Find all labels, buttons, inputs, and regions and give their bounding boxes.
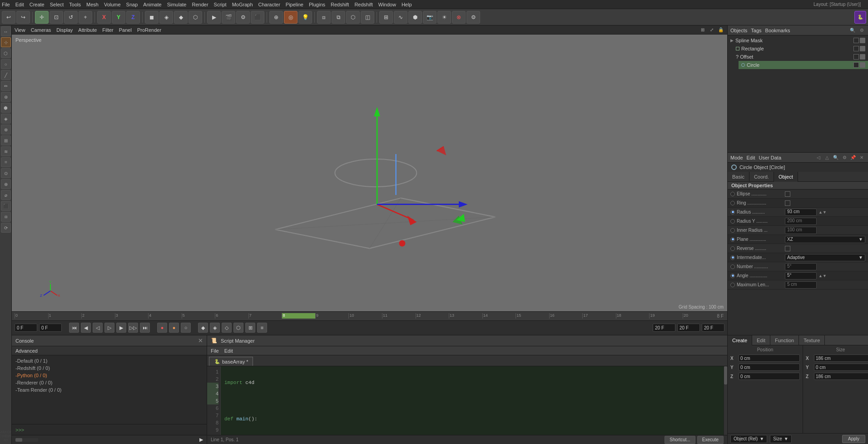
sidebar-tool-select[interactable]: ⊹ — [1, 37, 11, 47]
move-tool-button[interactable]: ✛ — [35, 11, 49, 24]
sidebar-tool-move[interactable]: ↔ — [1, 26, 11, 36]
menu-redshift[interactable]: Redshift — [331, 2, 349, 7]
render-view-button[interactable]: ▶ — [207, 11, 221, 24]
undo-button[interactable]: ↩ — [2, 11, 15, 24]
scale-tool-button[interactable]: ⊡ — [50, 11, 63, 24]
prop-dropdown-plane[interactable]: XZ ▼ — [785, 236, 865, 243]
redo-button[interactable]: ↪ — [16, 11, 30, 24]
timeline-settings-button[interactable]: ≡ — [257, 323, 267, 333]
timeline-fps2-field[interactable]: 20 F — [653, 324, 675, 332]
prop-radio-plane[interactable] — [730, 237, 735, 242]
prop-radio-angle[interactable] — [730, 274, 735, 278]
menu-file[interactable]: File — [2, 2, 10, 7]
sidebar-tool-loop[interactable]: ○ — [1, 59, 11, 69]
code-editor[interactable]: import c4d def main(): smallbox = doc.Se… — [221, 366, 724, 435]
object-mode-button[interactable]: ◼ — [145, 11, 159, 24]
viewport-icon-1[interactable]: ⊞ — [699, 26, 706, 34]
size-x-input[interactable] — [814, 354, 868, 362]
object-ref-dropdown[interactable]: Object (Rel) ▼ — [730, 435, 767, 443]
script-menu-file[interactable]: File — [211, 348, 219, 354]
camera-button[interactable]: 📷 — [423, 11, 436, 24]
script-scrollbar-thumb[interactable] — [724, 366, 727, 384]
sidebar-tool-10[interactable]: ⊕ — [1, 179, 11, 189]
viewport-menu-prorender[interactable]: ProRender — [137, 27, 161, 33]
console-scroll-right[interactable]: ▶ — [199, 437, 203, 443]
tree-item-splinemask[interactable]: ▶ Spline Mask — [728, 36, 868, 45]
prop-radio-max-length[interactable] — [730, 283, 735, 287]
props-search-icon[interactable]: 🔍 — [832, 154, 839, 161]
prop-input-radius-y[interactable]: 200 cm — [785, 218, 817, 225]
viewport-menu-attribute[interactable]: Attribute — [78, 27, 97, 33]
viewport-menu-filter[interactable]: Filter — [102, 27, 113, 33]
tree-render-offset[interactable] — [860, 54, 865, 60]
apply-button[interactable]: Apply — [842, 435, 865, 443]
menu-redshift2[interactable]: Redshift — [354, 2, 372, 7]
play-reverse-button[interactable]: ◁ — [93, 323, 103, 333]
viewport-menu-view[interactable]: View — [15, 27, 25, 33]
menu-script[interactable]: Script — [214, 2, 227, 7]
light-button[interactable]: 💡 — [298, 11, 312, 24]
tree-render-splinemask[interactable] — [860, 38, 865, 43]
menu-edit[interactable]: Edit — [15, 2, 24, 7]
keyframe2-button[interactable]: ◈ — [210, 323, 220, 333]
render-button[interactable]: 🎬 — [222, 11, 235, 24]
timeline-current-frame[interactable]: 0 F — [39, 324, 62, 332]
tree-settings-icon[interactable]: ⚙ — [858, 27, 865, 34]
prop-check-ring[interactable] — [785, 200, 790, 206]
timeline-end-frame[interactable]: 20 F — [702, 324, 724, 332]
tree-item-circle[interactable]: Circle — [739, 61, 868, 69]
prop-input-max-length[interactable]: 5 cm — [785, 281, 817, 289]
position-z-input[interactable] — [739, 373, 800, 380]
menu-animate[interactable]: Animate — [143, 2, 161, 7]
tab-edit[interactable]: Edit — [752, 335, 770, 345]
tree-render-circle[interactable] — [860, 62, 865, 68]
snap-button[interactable]: ⊕ — [269, 11, 283, 24]
position-y-input[interactable] — [739, 364, 800, 371]
primitive-button[interactable]: ⬢ — [408, 11, 422, 24]
viewport-icon-2[interactable]: ⤢ — [708, 26, 715, 34]
keyframe3-button[interactable]: ◇ — [222, 323, 232, 333]
keyframe5-button[interactable]: ⊞ — [245, 323, 255, 333]
viewport-menu-cameras[interactable]: Cameras — [31, 27, 51, 33]
create-button[interactable]: + — [79, 11, 92, 24]
tab-coord[interactable]: Coord. — [749, 172, 774, 182]
sidebar-tool-11[interactable]: ⌀ — [1, 190, 11, 200]
light2-button[interactable]: ☀ — [437, 11, 451, 24]
y-axis-button[interactable]: Y — [112, 11, 125, 24]
point-mode-button[interactable]: ◆ — [174, 11, 188, 24]
script-scrollbar[interactable] — [724, 366, 727, 435]
tab-texture[interactable]: Texture — [799, 335, 825, 345]
prop-input-angle[interactable]: 5° — [785, 272, 817, 279]
prop-check-reverse[interactable] — [785, 246, 790, 251]
rotate-tool-button[interactable]: ↺ — [64, 11, 78, 24]
mograph-button[interactable]: ◫ — [361, 11, 374, 24]
tab-basic[interactable]: Basic — [728, 172, 749, 182]
script-menu-edit[interactable]: Edit — [224, 348, 233, 354]
props-nav-left[interactable]: ◁ — [815, 154, 822, 161]
play-forward-button[interactable]: ▶ — [116, 323, 126, 333]
keyframe4-button[interactable]: ⬡ — [233, 323, 243, 333]
menu-help[interactable]: Help — [402, 2, 412, 7]
mode-menu[interactable]: Mode — [730, 155, 743, 160]
sidebar-tool-4[interactable]: ◈ — [1, 114, 11, 124]
prop-radio-ring[interactable] — [730, 201, 735, 205]
tree-vis-splinemask[interactable] — [853, 38, 859, 43]
position-x-input[interactable] — [739, 354, 800, 362]
sidebar-tool-6[interactable]: ⊞ — [1, 135, 11, 145]
sidebar-tool-14[interactable]: ⟳ — [1, 223, 11, 233]
prop-input-inner-radius[interactable]: 100 cm — [785, 227, 817, 234]
play-button[interactable]: ▷ — [104, 323, 114, 333]
timeline-fps3-field[interactable]: 20 F — [677, 324, 700, 332]
console-scrollbar[interactable] — [15, 438, 38, 442]
next-frame-button[interactable]: ▷▷ — [128, 323, 138, 333]
keyframe-button[interactable]: ◆ — [198, 323, 208, 333]
prop-input-radius[interactable]: 93 cm — [785, 209, 817, 216]
sidebar-tool-magnet[interactable]: ⊛ — [1, 92, 11, 102]
render-settings-button[interactable]: ⚙ — [236, 11, 250, 24]
prop-radio-ellipse[interactable] — [730, 192, 735, 196]
python-console-button[interactable]: 🐍 — [854, 11, 866, 24]
viewport-canvas[interactable]: Perspective — [12, 35, 727, 311]
sidebar-tool-brush[interactable]: ✏ — [1, 81, 11, 91]
menu-create[interactable]: Create — [30, 2, 45, 7]
timeline-start-frame[interactable]: 0 F — [15, 324, 37, 332]
